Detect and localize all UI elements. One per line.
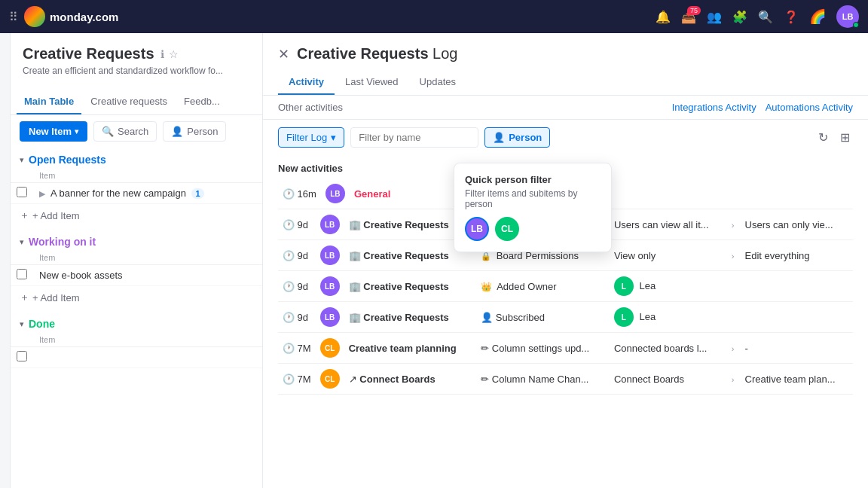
pencil-icon-2: ✏: [481, 374, 489, 385]
notification-badge: 75: [687, 6, 701, 15]
help-icon[interactable]: ❓: [784, 10, 799, 24]
automations-activity-link[interactable]: Automations Activity: [766, 102, 853, 113]
row-checkbox-3[interactable]: [17, 351, 27, 361]
clock-icon-4: 🕐: [283, 281, 295, 292]
group-open-requests-table: Item ▶ A banner for the new campaign 1: [11, 169, 262, 204]
group-working-on-it-name: Working on it: [29, 236, 96, 248]
person-icon-sub: 👤: [481, 312, 493, 323]
log-event-lea-2: L Lea: [610, 302, 853, 333]
pencil-icon-1: ✏: [481, 343, 489, 354]
popup-avatar-2[interactable]: CL: [495, 217, 519, 241]
arrow-icon: ↗: [349, 374, 357, 385]
log-event-added-owner: 👑 Added Owner: [476, 271, 610, 302]
person-button[interactable]: 👤 Person: [163, 121, 226, 142]
log-avatar-5: LB: [320, 307, 340, 327]
star-icon[interactable]: ☆: [169, 48, 179, 60]
log-close-row: ✕ Creative Requests Log: [278, 45, 853, 63]
log-toolbar: Filter Log ▾ 👤 Person ↻ ⊞: [263, 120, 868, 155]
log-event-val1-2: View only: [610, 240, 727, 271]
layout-icon[interactable]: ⊞: [837, 127, 853, 148]
log-row-subscribed: 🕐 9d LB 🏢 Creative Requests 👤 Subscribed: [278, 302, 853, 333]
inbox-icon[interactable]: 📥 75: [681, 10, 696, 24]
log-event-arrow-2: ›: [727, 240, 741, 271]
row-checkbox-2[interactable]: [17, 269, 27, 279]
log-event-connected-boards: Connected boards l...: [610, 333, 727, 364]
logo: monday.com: [24, 6, 118, 27]
apps-icon[interactable]: ⠿: [9, 10, 18, 24]
board-content: ▾ Open Requests Item ▶: [11, 148, 262, 488]
log-event-connect-boards-val: Connect Boards: [610, 364, 727, 395]
bell-icon[interactable]: 🔔: [656, 10, 671, 24]
add-item-working[interactable]: ＋ + Add Item: [11, 286, 262, 309]
log-event-arrow-3: ›: [727, 333, 741, 364]
popup-title: Quick person filter: [465, 174, 601, 185]
log-tab-last-viewed[interactable]: Last Viewed: [335, 70, 409, 95]
refresh-icon[interactable]: ↻: [815, 127, 831, 148]
lock-icon-2: 🔒: [481, 252, 491, 261]
filter-by-name-input[interactable]: [350, 127, 478, 148]
tab-feedback[interactable]: Feedb...: [176, 90, 228, 114]
log-time-9d-2: 🕐 9d: [278, 240, 316, 271]
log-sub-header: Other activities Integrations Activity A…: [263, 96, 868, 120]
clock-icon-5: 🕐: [283, 312, 295, 323]
log-event-subscribed: 👤 Subscribed: [476, 302, 610, 333]
colorful-logo-icon: 🌈: [809, 8, 826, 25]
online-indicator: [853, 22, 859, 28]
log-event-lea-1: L Lea: [610, 271, 853, 302]
log-header: ✕ Creative Requests Log Activity Last Vi…: [263, 33, 868, 96]
popup-avatar-1[interactable]: LB: [465, 217, 489, 241]
main-layout: Creative Requests ℹ ☆ Create an efficien…: [0, 33, 868, 488]
topbar: ⠿ monday.com 🔔 📥 75 👥 🧩 🔍 ❓ 🌈 LB: [0, 0, 868, 33]
log-row-connect-boards: 🕐 7M CL ↗ Connect Boards ✏ Column Name C…: [278, 364, 853, 395]
search-toolbar-icon: 🔍: [102, 126, 114, 137]
tab-creative-requests[interactable]: Creative requests: [83, 90, 175, 114]
add-item-open-requests[interactable]: ＋ + Add Item: [11, 204, 262, 227]
col-header-item: Item: [33, 169, 262, 183]
group-done-name: Done: [29, 318, 55, 330]
person-log-button[interactable]: 👤 Person: [484, 127, 550, 148]
row-expand-icon[interactable]: ▶: [39, 189, 45, 198]
popup-subtitle: Filter items and subitems by person: [465, 188, 601, 209]
log-avatar-3: LB: [320, 246, 340, 265]
avatar[interactable]: LB: [836, 5, 859, 28]
log-event-col-name-change: ✏ Column Name Chan...: [476, 364, 610, 395]
board-header: Creative Requests ℹ ☆ Create an efficien…: [11, 33, 262, 90]
log-panel: ✕ Creative Requests Log Activity Last Vi…: [263, 33, 868, 488]
row-checkbox[interactable]: [17, 187, 27, 197]
clock-icon-7: 🕐: [283, 374, 295, 385]
info-icon[interactable]: ℹ: [160, 48, 164, 60]
group-open-requests-header[interactable]: ▾ Open Requests: [11, 148, 262, 169]
board-title-row: Creative Requests ℹ ☆: [23, 45, 250, 63]
clock-icon: 🕐: [283, 188, 295, 200]
search-icon[interactable]: 🔍: [758, 10, 773, 24]
log-time-7m-1: 🕐 7M: [278, 333, 316, 364]
person-log-label: Person: [509, 132, 542, 143]
person-filter-popup[interactable]: Quick person filter Filter items and sub…: [454, 163, 612, 252]
group-done-header[interactable]: ▾ Done: [11, 312, 262, 333]
crown-icon: 👑: [481, 282, 492, 292]
log-title-board: Creative Requests: [297, 45, 429, 62]
board-icon-2: 🏢: [349, 250, 361, 261]
filter-log-button[interactable]: Filter Log ▾: [278, 127, 344, 148]
board-panel: Creative Requests ℹ ☆ Create an efficien…: [11, 33, 263, 488]
log-avatar-6: CL: [320, 338, 340, 358]
log-tab-activity[interactable]: Activity: [278, 70, 335, 95]
log-avatar-1: LB: [326, 184, 345, 203]
apps-marketplace-icon[interactable]: 🧩: [732, 10, 747, 24]
board-perm-icon-1: 🏢: [349, 219, 361, 230]
integrations-activity-link[interactable]: Integrations Activity: [672, 102, 756, 113]
log-time-9d-1: 🕐 9d: [278, 209, 316, 240]
col-header-item-2: Item: [33, 251, 262, 265]
board-subtitle: Create an efficient and standardized wor…: [23, 66, 250, 76]
log-close-button[interactable]: ✕: [278, 46, 289, 63]
search-button[interactable]: 🔍 Search: [93, 121, 157, 142]
item-name-2: New e-book assets: [39, 270, 123, 281]
log-avatar-lea-2: L: [614, 307, 634, 327]
left-sidebar: [0, 33, 11, 488]
people-icon[interactable]: 👥: [707, 10, 722, 24]
new-item-button[interactable]: New Item ▾: [20, 121, 87, 142]
log-tab-updates[interactable]: Updates: [409, 70, 466, 95]
group-working-on-it-header[interactable]: ▾ Working on it: [11, 230, 262, 251]
tab-main-table[interactable]: Main Table: [17, 90, 81, 114]
log-avatar-7: CL: [320, 369, 340, 389]
